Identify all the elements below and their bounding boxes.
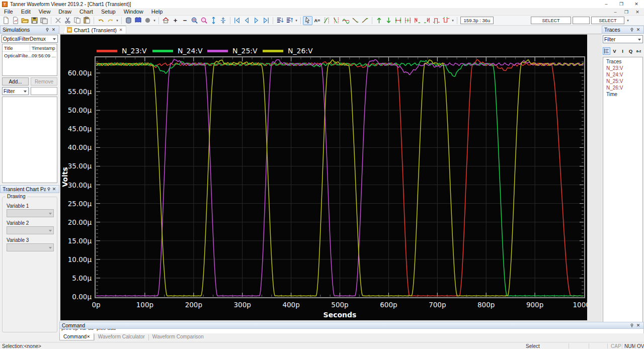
filter-input[interactable] — [31, 87, 57, 95]
open-simulation-icon[interactable] — [11, 16, 20, 25]
menu-item-chart[interactable]: Chart — [75, 8, 97, 16]
measure-average-icon[interactable] — [341, 16, 351, 25]
column-header[interactable]: Timestamp — [30, 44, 57, 52]
zoom-out-icon[interactable]: − — [180, 16, 190, 25]
zoom-point-icon[interactable] — [199, 16, 209, 25]
help-book-icon[interactable] — [133, 16, 143, 25]
select-left-box[interactable]: SELECT — [531, 17, 571, 24]
paste-icon[interactable] — [82, 16, 92, 25]
filter-combo[interactable]: Filter — [2, 87, 29, 95]
save-all-icon[interactable] — [39, 16, 49, 25]
tab-chart1[interactable]: W Chart1 (Transient) ✕ — [63, 26, 126, 34]
variable-2-combo[interactable] — [7, 226, 54, 234]
simulation-combo[interactable]: OpticalFilterDemux — [2, 35, 58, 43]
close-icon[interactable]: ✕ — [629, 0, 644, 8]
close-icon[interactable]: ✕ — [635, 322, 641, 328]
measure-slope-down-icon[interactable] — [351, 16, 360, 25]
close-icon[interactable]: ✕ — [87, 334, 90, 339]
trace-order-2-icon[interactable] — [285, 16, 294, 25]
mdi-restore-icon[interactable]: ❐ — [621, 8, 632, 16]
undo-icon[interactable] — [96, 16, 106, 25]
traces-filter-combo[interactable]: Filter — [603, 35, 643, 43]
command-tab-command[interactable]: Command ✕ — [59, 333, 94, 340]
annotate-icon[interactable]: A= — [312, 16, 322, 25]
pin-icon[interactable] — [628, 322, 635, 328]
mdi-close-icon[interactable]: ✕ — [632, 8, 643, 16]
trace-item[interactable]: N_25:V — [606, 78, 642, 84]
close-icon[interactable]: ✕ — [635, 27, 641, 33]
measure-delta-1-icon[interactable] — [413, 16, 422, 25]
menu-item-file[interactable]: File — [0, 8, 17, 16]
toolbar-overflow-icon[interactable]: ▾ — [451, 19, 455, 23]
cut-icon[interactable] — [63, 16, 72, 25]
open-icon[interactable] — [20, 16, 30, 25]
new-icon[interactable] — [1, 16, 11, 25]
variable-3-combo[interactable] — [7, 243, 54, 251]
current-icon[interactable]: I — [619, 47, 626, 55]
menu-item-setup[interactable]: Setup — [97, 8, 120, 16]
pan-end-icon[interactable] — [261, 16, 271, 25]
simulation-filter-list[interactable] — [2, 97, 57, 183]
tree-root[interactable]: Traces — [606, 58, 642, 65]
measure-pulse-low-icon[interactable] — [441, 16, 451, 25]
save-icon[interactable] — [30, 16, 39, 25]
measure-width-2-icon[interactable] — [403, 16, 413, 25]
pin-icon[interactable] — [46, 186, 51, 192]
measure-pulse-high-icon[interactable] — [432, 16, 441, 25]
measure-slope-up-icon[interactable] — [360, 16, 370, 25]
column-header[interactable]: Title — [3, 44, 30, 52]
trace-item[interactable]: N_26:V — [606, 84, 642, 91]
zoom-in-icon[interactable]: + — [171, 16, 180, 25]
tree-view-icon[interactable] — [603, 47, 610, 55]
close-icon[interactable]: ✕ — [50, 27, 57, 33]
simulation-results-icon[interactable] — [124, 16, 133, 25]
pin-icon[interactable] — [628, 27, 635, 33]
maximize-icon[interactable]: ❐ — [614, 0, 629, 8]
waveform-chart[interactable]: N_23:VN_24:VN_25:VN_26:V 0.00µ5.00µ10.00… — [60, 34, 587, 320]
measure-width-1-icon[interactable] — [393, 16, 403, 25]
trace-order-1-icon[interactable] — [275, 16, 285, 25]
select-mode-icon[interactable] — [303, 16, 312, 25]
measure-fall-icon[interactable] — [332, 16, 341, 25]
command-tab-waveform-calculator[interactable]: Waveform Calculator — [95, 333, 148, 340]
minimize-icon[interactable]: – — [599, 0, 614, 8]
copy-icon[interactable] — [72, 16, 82, 25]
pan-start-icon[interactable] — [232, 16, 242, 25]
trace-item[interactable]: N_23:V — [606, 65, 642, 71]
menu-item-window[interactable]: Window — [120, 8, 147, 16]
variable-1-combo[interactable] — [7, 209, 54, 217]
traces-tree[interactable]: TracesN_23:VN_24:VN_25:VN_26:VTime — [603, 57, 643, 332]
pin-icon[interactable] — [44, 27, 50, 33]
compress-vertical-icon[interactable] — [218, 16, 228, 25]
waveform-plot[interactable]: 0.00µ5.00µ10.00µ15.00µ20.00µ25.00µ30.00µ… — [60, 35, 587, 321]
toolbar-overflow-icon[interactable]: ▾ — [294, 19, 298, 23]
mdi-minimize-icon[interactable]: – — [610, 8, 621, 16]
toolbar-overflow-icon[interactable]: ▾ — [626, 19, 630, 23]
measure-rise-icon[interactable] — [322, 16, 332, 25]
table-row[interactable]: OpticalFilte... 09:56:09 ... — [3, 52, 57, 59]
trace-item[interactable]: N_24:V — [606, 71, 642, 78]
pan-left-icon[interactable] — [242, 16, 252, 25]
remove-button[interactable]: Remove — [31, 77, 57, 85]
charge-icon[interactable]: Q — [627, 47, 634, 55]
zoom-window-icon[interactable] — [190, 16, 199, 25]
redo-icon[interactable] — [106, 16, 115, 25]
menu-item-view[interactable]: View — [35, 8, 55, 16]
trace-item-time[interactable]: Time — [606, 91, 642, 98]
toolbar-overflow-icon[interactable]: ▾ — [152, 19, 156, 23]
close-icon[interactable]: ✕ — [119, 28, 123, 32]
command-output[interactable]: print op var dd- pico dda — [59, 329, 644, 333]
toolbar-overflow-icon[interactable]: ▾ — [115, 19, 119, 23]
command-tab-waveform-comparison[interactable]: Waveform Comparison — [149, 333, 207, 340]
select-right-box[interactable]: SELECT — [591, 17, 624, 24]
pan-right-icon[interactable] — [252, 16, 261, 25]
sort-az-icon[interactable]: a-z — [635, 47, 642, 55]
measure-value-box[interactable] — [573, 17, 590, 24]
add-button[interactable]: Add... — [2, 77, 29, 85]
menu-item-draw[interactable]: Draw — [54, 8, 75, 16]
measure-delta-2-icon[interactable] — [422, 16, 432, 25]
voltage-icon[interactable]: V — [611, 47, 618, 55]
simulation-table[interactable]: Title Timestamp OpticalFilte... 09:56:09… — [2, 44, 57, 76]
close-icon[interactable]: ✕ — [51, 186, 57, 192]
menu-item-help[interactable]: Help — [147, 8, 167, 16]
